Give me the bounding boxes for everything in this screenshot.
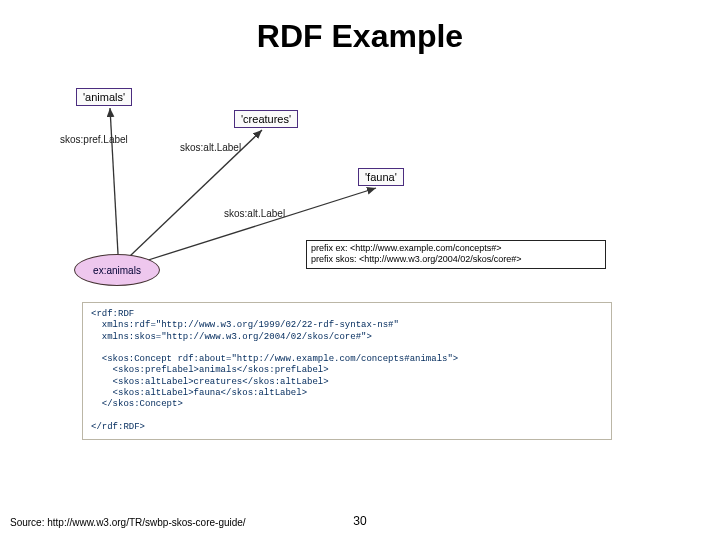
prefix-box: prefix ex: <http://www.example.com/conce… <box>306 240 606 269</box>
skos-diagram: 'animals' 'creatures' 'fauna' skos:pref.… <box>70 80 650 300</box>
subject-ellipse: ex:animals <box>74 254 160 286</box>
slide: RDF Example 'animals' 'creatures' 'fauna… <box>0 0 720 540</box>
edge-preflabel: skos:pref.Label <box>60 134 128 145</box>
literal-fauna: 'fauna' <box>358 168 404 186</box>
subject-label: ex:animals <box>93 265 141 276</box>
rdf-code-block: <rdf:RDF xmlns:rdf="http://www.w3.org/19… <box>82 302 612 440</box>
prefix-line-1: prefix ex: <http://www.example.com/conce… <box>311 243 601 254</box>
prefix-line-2: prefix skos: <http://www.w3.org/2004/02/… <box>311 254 601 265</box>
edge-altlabel-2: skos:alt.Label <box>224 208 285 219</box>
literal-animals: 'animals' <box>76 88 132 106</box>
page-title: RDF Example <box>0 18 720 55</box>
svg-line-0 <box>110 108 118 254</box>
page-number: 30 <box>0 514 720 528</box>
literal-creatures: 'creatures' <box>234 110 298 128</box>
edge-altlabel-1: skos:alt.Label <box>180 142 241 153</box>
